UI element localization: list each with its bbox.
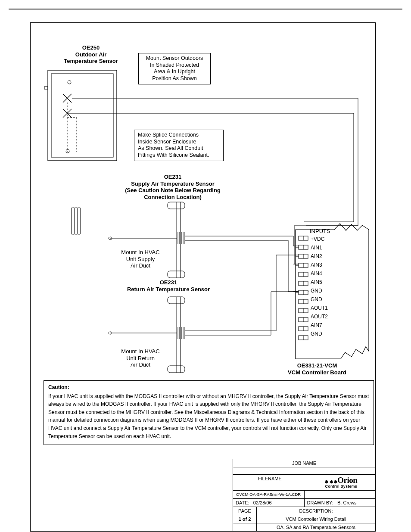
svg-rect-1: [51, 74, 113, 157]
drawnby-value: B. Crews: [337, 500, 357, 505]
date-label: DATE:: [236, 500, 249, 505]
logo-sub-text: Control Systems: [307, 484, 376, 488]
svg-point-11: [66, 149, 69, 153]
page-label: PAGE: [233, 507, 257, 515]
svg-rect-0: [48, 70, 117, 161]
filename-value: OVCM-OA-SA-RASnsr-Wr-1A.CDR: [233, 491, 304, 498]
oe250-wires: [68, 98, 358, 292]
return-sensor-icon: [109, 255, 308, 373]
terminal-icons: [299, 236, 308, 340]
description-label: DESCRIPTION:: [257, 507, 375, 515]
svg-rect-2: [44, 87, 48, 89]
drawnby-label: DRAWN BY:: [307, 500, 333, 505]
titleblock: JOB NAME FILENAME ✱ ✱ ✱Orion Control Sys…: [233, 459, 375, 531]
caution-body: If your HVAC unit is supplied with the M…: [48, 392, 369, 441]
jobname-value: [233, 467, 375, 474]
date-value: 02/28/06: [253, 500, 272, 505]
wiring-diagram: OE250 Outdoor Air Temperature Sensor Mou…: [31, 23, 375, 376]
caution-heading: Caution:: [48, 383, 369, 392]
logo-main-text: Orion: [337, 476, 357, 485]
schematic-svg: [31, 23, 375, 376]
page-value: 1 of 2: [233, 515, 257, 523]
supply-sensor-icon: [109, 202, 308, 292]
caution-box: Caution: If your HVAC unit is supplied w…: [44, 380, 374, 445]
desc-line2: OA, SA and RA Temperature Sensors: [257, 523, 375, 531]
desc-line1: VCM Controller Wiring Detail: [257, 515, 375, 523]
orion-logo: ✱ ✱ ✱Orion Control Systems: [307, 475, 376, 490]
svg-point-3: [68, 81, 71, 84]
oe250-enclosure-icon: [44, 70, 117, 235]
jobname-label: JOB NAME: [233, 459, 375, 467]
diagram-frame: OE250 Outdoor Air Temperature Sensor Mou…: [30, 22, 376, 532]
filename-label: FILENAME: [236, 476, 304, 481]
